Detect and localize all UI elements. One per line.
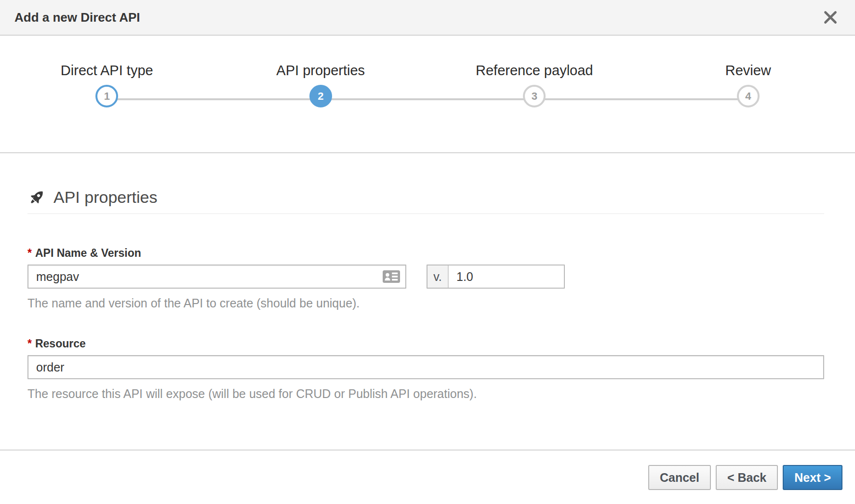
next-button[interactable]: Next > bbox=[783, 465, 842, 490]
required-marker: * bbox=[27, 337, 32, 350]
close-button[interactable] bbox=[820, 7, 841, 27]
modal-footer: Cancel < Back Next > bbox=[0, 450, 855, 504]
step-circle-2[interactable]: 2 bbox=[309, 85, 332, 107]
resource-help: The resource this API will expose (will … bbox=[27, 387, 824, 401]
cancel-button[interactable]: Cancel bbox=[648, 465, 711, 490]
step-label: API properties bbox=[276, 63, 365, 79]
step-circle-3[interactable]: 3 bbox=[523, 85, 546, 107]
resource-row bbox=[27, 355, 824, 379]
step-review[interactable]: Review 4 bbox=[641, 36, 855, 152]
step-label: Reference payload bbox=[476, 63, 593, 79]
modal-title: Add a new Direct API bbox=[14, 10, 140, 25]
step-api-properties[interactable]: API properties 2 bbox=[214, 36, 428, 152]
resource-input[interactable] bbox=[27, 355, 824, 379]
resource-label: *Resource bbox=[27, 337, 824, 350]
modal-header: Add a new Direct API bbox=[0, 0, 855, 36]
api-version-input[interactable] bbox=[449, 265, 564, 288]
version-prefix-addon: v. bbox=[428, 265, 449, 288]
address-card-icon bbox=[383, 270, 400, 283]
api-name-input[interactable] bbox=[27, 265, 406, 289]
api-name-version-group: *API Name & Version bbox=[27, 247, 824, 310]
api-name-version-help: The name and version of the API to creat… bbox=[27, 296, 824, 310]
add-direct-api-modal: Add a new Direct API Direct API type 1 A… bbox=[0, 0, 855, 504]
wizard-step-content: API properties *API Name & Version bbox=[0, 153, 855, 450]
api-name-version-row: v. bbox=[27, 265, 824, 289]
section-heading: API properties bbox=[27, 188, 824, 214]
api-version-group: v. bbox=[427, 265, 565, 289]
wizard-stepper: Direct API type 1 API properties 2 Refer… bbox=[0, 36, 855, 153]
step-circle-1[interactable]: 1 bbox=[95, 85, 118, 107]
required-marker: * bbox=[27, 247, 32, 259]
api-name-version-label: *API Name & Version bbox=[27, 247, 824, 260]
resource-group: *Resource The resource this API will exp… bbox=[27, 337, 824, 401]
step-label: Direct API type bbox=[61, 63, 153, 79]
back-button[interactable]: < Back bbox=[716, 465, 778, 490]
step-label: Review bbox=[725, 63, 771, 79]
section-heading-text: API properties bbox=[53, 188, 157, 207]
step-circle-4[interactable]: 4 bbox=[737, 85, 760, 107]
api-name-wrap bbox=[27, 265, 406, 289]
close-icon bbox=[822, 20, 839, 27]
step-direct-api-type[interactable]: Direct API type 1 bbox=[0, 36, 214, 152]
step-reference-payload[interactable]: Reference payload 3 bbox=[428, 36, 641, 152]
rocket-icon bbox=[27, 188, 46, 207]
